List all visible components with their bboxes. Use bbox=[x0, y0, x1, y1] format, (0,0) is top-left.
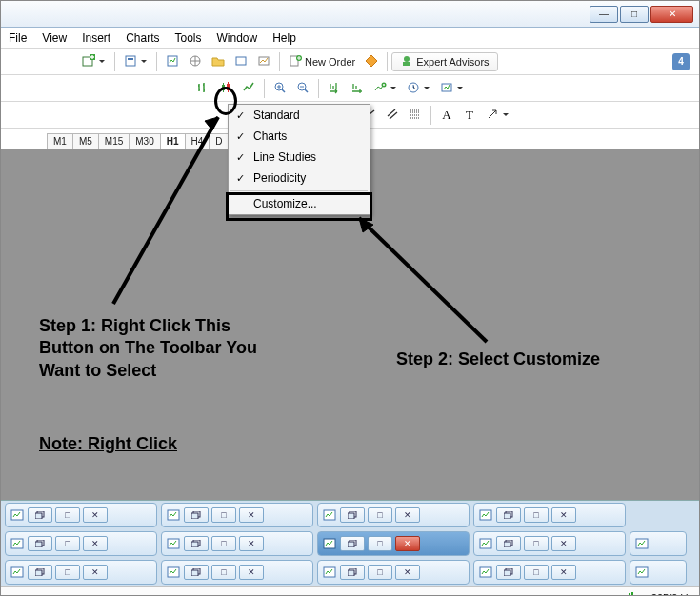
maximize-button[interactable]: □ bbox=[620, 6, 649, 23]
mdi-maximize-icon[interactable]: □ bbox=[211, 565, 236, 580]
zoom-out-button[interactable] bbox=[291, 78, 314, 99]
chart-shift-button[interactable] bbox=[346, 78, 369, 99]
new-order-button[interactable]: New Order bbox=[284, 51, 360, 72]
mdi-maximize-icon[interactable]: □ bbox=[211, 507, 236, 523]
menu-charts[interactable]: Charts bbox=[126, 31, 159, 45]
mdi-maximize-icon[interactable]: □ bbox=[368, 565, 392, 580]
auto-scroll-button[interactable] bbox=[323, 78, 346, 99]
mdi-window[interactable]: □ ✕ bbox=[5, 560, 157, 585]
mdi-close-icon[interactable]: ✕ bbox=[551, 565, 576, 580]
context-item-standard[interactable]: Standard bbox=[229, 105, 370, 126]
mdi-window[interactable]: □ ✕ bbox=[161, 531, 313, 556]
mdi-window[interactable] bbox=[630, 531, 687, 556]
tab-m15[interactable]: M15 bbox=[98, 133, 130, 149]
tab-m5[interactable]: M5 bbox=[72, 133, 99, 149]
tab-h1[interactable]: H1 bbox=[160, 133, 186, 149]
mdi-window-active[interactable]: □ ✕ bbox=[317, 531, 470, 556]
menu-view[interactable]: View bbox=[42, 31, 67, 45]
alert-badge[interactable]: 4 bbox=[672, 53, 690, 70]
mdi-close-icon[interactable]: ✕ bbox=[551, 536, 576, 551]
tab-d1[interactable]: D bbox=[209, 133, 229, 149]
tab-h4[interactable]: H4 bbox=[185, 133, 210, 149]
mdi-close-icon[interactable]: ✕ bbox=[83, 565, 108, 580]
mdi-restore-icon[interactable] bbox=[496, 507, 521, 523]
terminal-button[interactable] bbox=[230, 51, 252, 72]
text-button[interactable]: A bbox=[435, 105, 458, 126]
mdi-restore-icon[interactable] bbox=[28, 507, 52, 523]
data-window-button[interactable] bbox=[207, 51, 230, 72]
menu-help[interactable]: Help bbox=[272, 31, 296, 45]
mdi-close-icon[interactable]: ✕ bbox=[551, 507, 576, 523]
mdi-close-icon[interactable]: ✕ bbox=[83, 507, 108, 523]
mdi-close-icon[interactable]: ✕ bbox=[395, 565, 420, 580]
mdi-close-icon[interactable]: ✕ bbox=[395, 507, 420, 523]
minimize-button[interactable]: — bbox=[590, 6, 618, 23]
indicators-button[interactable] bbox=[369, 78, 402, 99]
market-watch-button[interactable] bbox=[161, 51, 184, 72]
objects-button[interactable] bbox=[481, 105, 514, 126]
context-item-charts[interactable]: Charts bbox=[229, 126, 370, 147]
mdi-close-icon[interactable]: ✕ bbox=[239, 507, 264, 523]
mdi-restore-icon[interactable] bbox=[496, 565, 521, 580]
profiles-button[interactable] bbox=[119, 51, 152, 72]
mdi-window[interactable]: □ ✕ bbox=[161, 560, 313, 585]
mdi-close-icon[interactable]: ✕ bbox=[239, 565, 264, 580]
mdi-window[interactable]: □ ✕ bbox=[317, 560, 470, 585]
mdi-maximize-icon[interactable]: □ bbox=[55, 536, 80, 551]
mdi-close-icon[interactable]: ✕ bbox=[395, 536, 420, 551]
mdi-restore-icon[interactable] bbox=[184, 536, 209, 551]
mdi-window[interactable]: □ ✕ bbox=[473, 503, 626, 527]
new-chart-button[interactable] bbox=[77, 51, 110, 72]
tab-m30[interactable]: M30 bbox=[129, 133, 160, 149]
menu-insert[interactable]: Insert bbox=[82, 31, 110, 45]
mdi-maximize-icon[interactable]: □ bbox=[211, 536, 236, 551]
mdi-close-icon[interactable]: ✕ bbox=[239, 536, 264, 551]
mdi-window[interactable] bbox=[630, 560, 687, 585]
tab-m1[interactable]: M1 bbox=[47, 133, 73, 149]
mdi-restore-icon[interactable] bbox=[184, 565, 209, 580]
navigator-button[interactable] bbox=[184, 51, 207, 72]
chart-window-icon bbox=[478, 565, 493, 580]
menu-tools[interactable]: Tools bbox=[175, 31, 202, 45]
fibonacci-button[interactable] bbox=[404, 105, 427, 126]
menu-file[interactable]: File bbox=[9, 31, 27, 45]
equidistant-channel-button[interactable] bbox=[381, 105, 404, 126]
text-label-button[interactable]: T bbox=[458, 105, 481, 126]
metaquotes-button[interactable] bbox=[360, 51, 383, 72]
context-item-line-studies[interactable]: Line Studies bbox=[229, 147, 370, 168]
expert-advisors-button[interactable]: Expert Advisors bbox=[391, 52, 497, 71]
svg-rect-33 bbox=[35, 542, 42, 547]
mdi-window[interactable]: □ ✕ bbox=[473, 531, 626, 556]
bar-chart-button[interactable] bbox=[191, 78, 214, 99]
mdi-maximize-icon[interactable]: □ bbox=[368, 536, 392, 551]
mdi-window[interactable]: □ ✕ bbox=[473, 560, 626, 585]
strategy-tester-button[interactable] bbox=[252, 51, 275, 72]
mdi-window[interactable]: □ ✕ bbox=[317, 503, 470, 527]
mdi-restore-icon[interactable] bbox=[340, 507, 365, 523]
candlestick-button[interactable] bbox=[214, 78, 237, 99]
mdi-maximize-icon[interactable]: □ bbox=[55, 565, 80, 580]
periodicity-button[interactable] bbox=[402, 78, 435, 99]
context-item-customize[interactable]: Customize... bbox=[229, 193, 370, 214]
mdi-maximize-icon[interactable]: □ bbox=[524, 507, 549, 523]
zoom-in-button[interactable] bbox=[269, 78, 291, 99]
mdi-restore-icon[interactable] bbox=[496, 536, 521, 551]
mdi-close-icon[interactable]: ✕ bbox=[83, 536, 108, 551]
mdi-restore-icon[interactable] bbox=[28, 536, 52, 551]
templates-button[interactable] bbox=[435, 78, 469, 99]
line-chart-button[interactable] bbox=[237, 78, 260, 99]
mdi-maximize-icon[interactable]: □ bbox=[55, 507, 80, 523]
context-item-periodicity[interactable]: Periodicity bbox=[229, 168, 370, 189]
mdi-restore-icon[interactable] bbox=[340, 565, 365, 580]
mdi-window[interactable]: □ ✕ bbox=[5, 531, 157, 556]
close-button[interactable]: ✕ bbox=[650, 6, 693, 23]
mdi-window[interactable]: □ ✕ bbox=[161, 503, 313, 527]
mdi-restore-icon[interactable] bbox=[184, 507, 209, 523]
mdi-maximize-icon[interactable]: □ bbox=[524, 565, 549, 580]
mdi-maximize-icon[interactable]: □ bbox=[368, 507, 392, 523]
menu-window[interactable]: Window bbox=[217, 31, 258, 45]
mdi-maximize-icon[interactable]: □ bbox=[524, 536, 549, 551]
mdi-restore-icon[interactable] bbox=[340, 536, 365, 551]
mdi-window[interactable]: □ ✕ bbox=[5, 503, 157, 527]
mdi-restore-icon[interactable] bbox=[28, 565, 52, 580]
